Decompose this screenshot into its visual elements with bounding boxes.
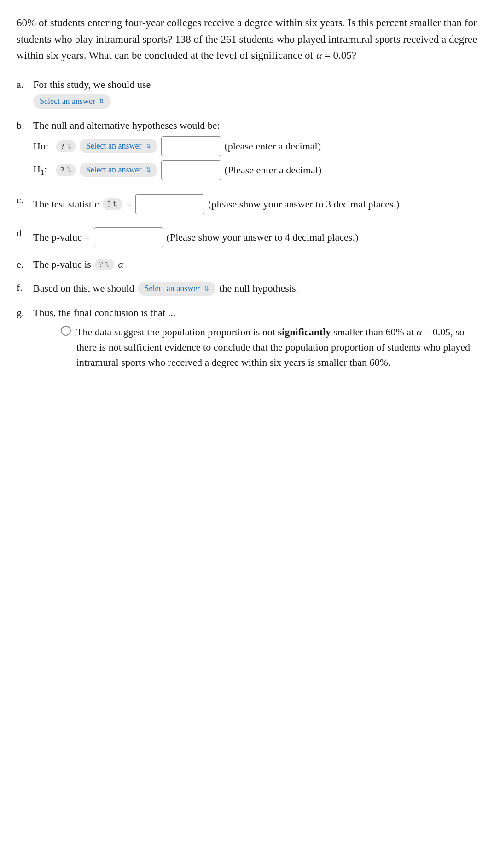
part-f-answer-chevron-icon: ⇅: [203, 285, 209, 293]
part-a-label: a. For this study, we should use Select …: [17, 79, 483, 109]
alpha-inline-g: α: [417, 326, 422, 338]
part-a-row: For this study, we should use: [33, 79, 483, 91]
part-c-label: c. The test statistic ? ⇅ = (please show…: [17, 194, 483, 216]
part-e-label: e. The p-value is ? ⇅ α: [17, 259, 483, 270]
part-c-symbol-label: ?: [107, 200, 111, 209]
part-d: d. The p-value = (Please show your answe…: [17, 227, 483, 247]
part-a-select-label: Select an answer: [40, 97, 95, 106]
part-f-letter: f.: [17, 282, 29, 293]
radio-button-1[interactable]: [61, 326, 71, 336]
part-c-letter: c.: [17, 194, 29, 206]
h1-symbol-label: ?: [61, 166, 64, 175]
part-c-symbol-chevron-icon: ⇅: [113, 201, 118, 208]
part-c-note: (please show your answer to 3 decimal pl…: [208, 198, 399, 210]
h1-answer-select[interactable]: Select an answer ⇅: [80, 163, 157, 177]
part-a-select[interactable]: Select an answer ⇅: [33, 94, 111, 109]
part-d-content: The p-value = (Please show your answer t…: [33, 227, 483, 247]
part-g-content: Thus, the final conclusion is that ... T…: [33, 307, 483, 377]
part-b-content: The null and alternative hypotheses woul…: [33, 120, 483, 183]
part-f: f. Based on this, we should Select an an…: [17, 282, 483, 296]
part-c-row: The test statistic ? ⇅ = (please show yo…: [33, 194, 483, 214]
h1-row: H1: ? ⇅ Select an answer ⇅ (Please enter…: [33, 160, 483, 180]
h1-answer-label: Select an answer: [86, 165, 142, 175]
part-e-symbol-select[interactable]: ? ⇅: [95, 259, 115, 270]
conclusion-option-1: The data suggest the population proporti…: [61, 324, 483, 370]
part-c-symbol-select[interactable]: ? ⇅: [103, 198, 122, 210]
part-g-letter: g.: [17, 307, 29, 319]
h1-label: H1:: [33, 163, 52, 177]
part-a-content: For this study, we should use Select an …: [33, 79, 483, 109]
part-e-symbol-label: ?: [99, 260, 103, 269]
part-d-text: The p-value =: [33, 231, 90, 243]
part-c-value-input[interactable]: [135, 194, 204, 214]
part-e-symbol-chevron-icon: ⇅: [105, 261, 110, 268]
part-a-select-row: Select an answer ⇅: [33, 94, 483, 109]
ho-symbol-select[interactable]: ? ⇅: [56, 140, 76, 152]
part-f-text-after: the null hypothesis.: [219, 282, 298, 294]
part-a-letter: a.: [17, 79, 29, 91]
alpha-symbol: α: [316, 50, 322, 61]
ho-answer-chevron-icon: ⇅: [145, 142, 151, 150]
significantly-bold: significantly: [278, 326, 331, 338]
part-f-answer-select[interactable]: Select an answer ⇅: [138, 282, 215, 296]
part-b-text: The null and alternative hypotheses woul…: [33, 120, 220, 131]
ho-answer-select[interactable]: Select an answer ⇅: [80, 139, 157, 153]
part-e-alpha: α: [118, 259, 123, 270]
part-f-row: Based on this, we should Select an answe…: [33, 282, 483, 296]
part-f-label: f. Based on this, we should Select an an…: [17, 282, 483, 296]
h1-symbol-select[interactable]: ? ⇅: [56, 164, 76, 176]
part-g: g. Thus, the final conclusion is that ..…: [17, 307, 483, 377]
part-f-content: Based on this, we should Select an answe…: [33, 282, 483, 296]
ho-symbol-chevron-icon: ⇅: [66, 143, 71, 150]
part-c-equals: =: [126, 198, 132, 210]
ho-answer-label: Select an answer: [86, 141, 142, 151]
part-e-content: The p-value is ? ⇅ α: [33, 259, 483, 270]
question-text: 60% of students entering four-year colle…: [17, 15, 483, 64]
question-container: 60% of students entering four-year colle…: [17, 15, 483, 377]
h1-answer-chevron-icon: ⇅: [145, 166, 151, 174]
part-g-text: Thus, the final conclusion is that ...: [33, 307, 175, 318]
part-e-letter: e.: [17, 259, 29, 270]
part-c-content: The test statistic ? ⇅ = (please show yo…: [33, 194, 483, 216]
part-d-value-input[interactable]: [94, 227, 163, 247]
part-a-chevron-icon: ⇅: [99, 98, 105, 105]
part-c: c. The test statistic ? ⇅ = (please show…: [17, 194, 483, 216]
part-b: b. The null and alternative hypotheses w…: [17, 120, 483, 183]
part-e: e. The p-value is ? ⇅ α: [17, 259, 483, 270]
part-e-row: The p-value is ? ⇅ α: [33, 259, 483, 270]
part-f-text-before: Based on this, we should: [33, 282, 134, 294]
part-d-note: (Please show your answer to 4 decimal pl…: [167, 231, 359, 243]
conclusion-options: The data suggest the population proporti…: [61, 324, 483, 370]
ho-row: Ho: ? ⇅ Select an answer ⇅ (please enter…: [33, 136, 483, 156]
part-a-text: For this study, we should use: [33, 79, 151, 91]
h1-symbol-chevron-icon: ⇅: [66, 167, 71, 174]
part-c-text: The test statistic: [33, 198, 99, 210]
part-e-text-before: The p-value is: [33, 259, 91, 270]
h1-note: (Please enter a decimal): [225, 164, 322, 176]
part-g-label: g. Thus, the final conclusion is that ..…: [17, 307, 483, 377]
part-d-label: d. The p-value = (Please show your answe…: [17, 227, 483, 247]
parts-list: a. For this study, we should use Select …: [17, 79, 483, 377]
ho-label: Ho:: [33, 140, 52, 152]
ho-note: (please enter a decimal): [225, 140, 321, 152]
ho-symbol-label: ?: [61, 142, 64, 151]
part-b-letter: b.: [17, 120, 29, 132]
part-b-label: b. The null and alternative hypotheses w…: [17, 120, 483, 183]
part-a: a. For this study, we should use Select …: [17, 79, 483, 109]
conclusion-option-1-text: The data suggest the population proporti…: [76, 324, 483, 370]
part-d-row: The p-value = (Please show your answer t…: [33, 227, 483, 247]
h1-value-input[interactable]: [161, 160, 221, 180]
ho-value-input[interactable]: [161, 136, 221, 156]
part-f-answer-label: Select an answer: [144, 284, 200, 293]
part-d-letter: d.: [17, 227, 29, 239]
